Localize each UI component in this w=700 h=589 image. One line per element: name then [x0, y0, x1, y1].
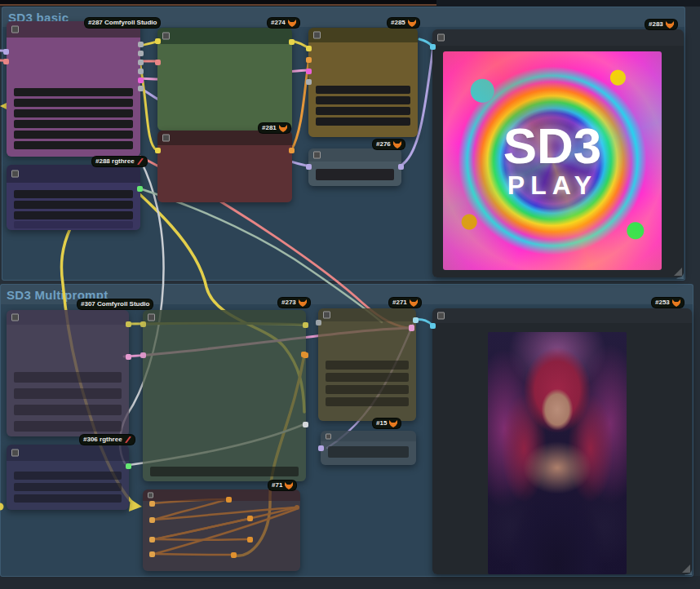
input-slot-dot[interactable]	[430, 323, 436, 329]
node-header[interactable]	[318, 308, 416, 321]
input-slot-dot[interactable]	[140, 352, 146, 358]
node-281[interactable]	[157, 131, 292, 202]
widget-row[interactable]	[14, 494, 122, 503]
collapse-box-icon[interactable]	[313, 32, 321, 39]
widget-row[interactable]	[328, 446, 409, 458]
input-slot-dot[interactable]	[140, 321, 146, 327]
widget-row[interactable]	[14, 388, 122, 399]
widget-row[interactable]	[14, 141, 133, 149]
input-slot-dot[interactable]	[316, 320, 321, 326]
node-graph-canvas[interactable]: SD3 basic SD3 Multiprompt	[0, 0, 700, 589]
output-slot-dot[interactable]	[138, 78, 144, 83]
node-body[interactable]	[143, 325, 306, 481]
widget-row[interactable]	[326, 385, 409, 394]
node-body[interactable]	[308, 162, 401, 186]
node-body[interactable]	[143, 501, 300, 571]
input-slot-dot[interactable]	[149, 537, 155, 542]
output-slot-dot[interactable]	[137, 186, 143, 192]
node-71[interactable]	[143, 489, 300, 571]
node-273[interactable]	[143, 310, 306, 481]
link-joint-dot[interactable]	[226, 497, 232, 503]
node-header[interactable]	[308, 28, 418, 42]
widget-row[interactable]	[14, 201, 133, 209]
widget-row[interactable]	[14, 99, 133, 107]
collapse-box-icon[interactable]	[323, 312, 330, 319]
node-header[interactable]	[157, 28, 292, 44]
widget-row[interactable]	[14, 405, 122, 415]
collapse-box-icon[interactable]	[437, 312, 445, 320]
output-slot-dot[interactable]	[398, 164, 404, 170]
output-slot-dot[interactable]	[303, 352, 308, 358]
widget-row[interactable]	[14, 109, 133, 117]
input-slot-dot[interactable]	[149, 501, 155, 507]
widget-row[interactable]	[14, 221, 133, 228]
collapse-box-icon[interactable]	[326, 433, 331, 439]
widget-row[interactable]	[326, 361, 409, 370]
collapse-box-icon[interactable]	[11, 26, 19, 33]
link-joint-dot[interactable]	[247, 516, 253, 521]
collapse-box-icon[interactable]	[437, 34, 445, 42]
output-slot-dot[interactable]	[289, 39, 295, 45]
collapse-box-icon[interactable]	[162, 135, 170, 142]
node-287-comfyroll[interactable]	[7, 21, 140, 157]
input-slot-dot[interactable]	[409, 326, 414, 331]
node-body[interactable]	[432, 323, 692, 574]
collapse-box-icon[interactable]	[148, 314, 155, 321]
widget-row[interactable]	[14, 190, 133, 198]
node-285[interactable]	[308, 28, 418, 137]
node-body[interactable]: SD3 PLAY	[432, 46, 684, 277]
input-slot-dot[interactable]	[155, 60, 161, 65]
collapse-box-icon[interactable]	[11, 450, 19, 457]
output-slot-dot[interactable]	[138, 86, 144, 91]
output-slot-dot[interactable]	[413, 317, 419, 323]
node-header[interactable]	[7, 21, 140, 38]
node-header[interactable]	[432, 29, 684, 46]
output-slot-dot[interactable]	[126, 463, 131, 469]
input-slot-dot[interactable]	[155, 148, 161, 153]
widget-row[interactable]	[14, 120, 133, 128]
input-slot-dot[interactable]	[306, 57, 312, 63]
output-slot-dot[interactable]	[138, 60, 144, 65]
collapse-box-icon[interactable]	[11, 314, 19, 321]
widget-row[interactable]	[316, 96, 410, 104]
output-slot-dot[interactable]	[303, 422, 308, 427]
node-body[interactable]	[157, 145, 292, 202]
widget-row[interactable]	[316, 107, 410, 115]
widget-row[interactable]	[326, 397, 409, 406]
collapse-box-icon[interactable]	[313, 152, 321, 159]
node-body[interactable]	[308, 42, 418, 137]
widget-row[interactable]	[14, 211, 133, 219]
node-header[interactable]	[7, 165, 140, 183]
node-header[interactable]	[143, 489, 300, 501]
node-body[interactable]	[7, 325, 129, 436]
input-slot-dot[interactable]	[149, 551, 155, 557]
input-slot-dot[interactable]	[318, 445, 324, 451]
output-slot-dot[interactable]	[289, 148, 295, 153]
node-header[interactable]	[157, 131, 292, 145]
input-slot-dot[interactable]	[155, 38, 161, 44]
input-slot-dot[interactable]	[3, 49, 9, 55]
node-274[interactable]	[157, 28, 292, 131]
node-276[interactable]	[308, 148, 401, 186]
node-header[interactable]	[7, 310, 129, 325]
node-body[interactable]	[157, 44, 292, 131]
node-15[interactable]	[321, 431, 416, 465]
collapse-box-icon[interactable]	[148, 493, 153, 498]
input-slot-dot[interactable]	[430, 44, 436, 50]
collapse-box-icon[interactable]	[162, 33, 170, 40]
node-288-rgthree[interactable]	[7, 165, 140, 230]
collapse-box-icon[interactable]	[11, 170, 19, 178]
node-header[interactable]	[7, 445, 129, 461]
node-253-preview-image[interactable]	[432, 308, 692, 574]
input-slot-dot[interactable]	[306, 46, 312, 51]
widget-row[interactable]	[14, 88, 133, 96]
node-283-preview-image[interactable]: SD3 PLAY	[432, 29, 684, 277]
widget-row[interactable]	[316, 169, 394, 180]
input-slot-dot[interactable]	[306, 164, 312, 170]
input-slot-dot[interactable]	[149, 517, 155, 523]
node-307-comfyroll[interactable]	[7, 310, 129, 436]
node-body[interactable]	[7, 183, 140, 230]
input-slot-dot[interactable]	[3, 59, 9, 64]
node-body[interactable]	[7, 38, 140, 157]
link-joint-dot[interactable]	[247, 537, 253, 542]
